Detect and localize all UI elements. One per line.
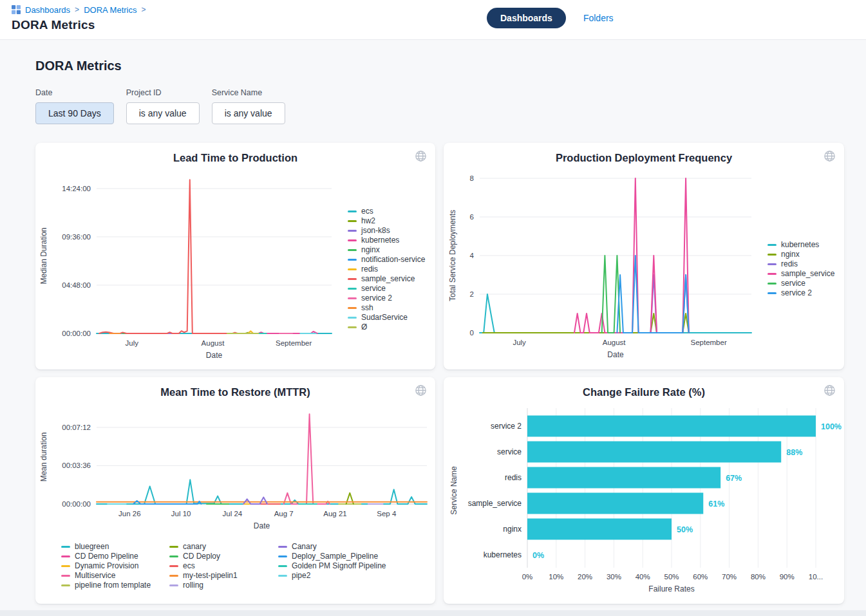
legend-swatch <box>348 317 357 319</box>
legend-swatch <box>348 239 357 241</box>
axis-text: 8 <box>470 174 474 182</box>
bar-service 2[interactable] <box>527 416 816 437</box>
axis-text: 90% <box>780 573 795 581</box>
legend-item-Multiservice[interactable]: Multiservice <box>61 571 151 581</box>
legend-item-redis[interactable]: redis <box>767 259 834 269</box>
legend-item-service[interactable]: service <box>348 284 425 294</box>
globe-icon[interactable] <box>824 150 836 162</box>
axis-text: 80% <box>751 573 766 581</box>
chart-title-mttr: Mean Time to Restore (MTTR) <box>35 386 435 398</box>
legend-item-Golden PM Signoff Pipeline[interactable]: Golden PM Signoff Pipeline <box>278 561 386 571</box>
axis-text: 100% <box>821 422 842 431</box>
filter-date-label: Date <box>35 88 114 97</box>
series-line-sample_service[interactable] <box>99 180 238 333</box>
legend-item-sample_service[interactable]: sample_service <box>767 269 834 279</box>
legend-swatch <box>348 307 357 309</box>
globe-icon[interactable] <box>824 384 836 397</box>
legend-item-CD Demo Pipeline[interactable]: CD Demo Pipeline <box>61 552 151 561</box>
legend-label: json-k8s <box>361 226 390 236</box>
legend-item-Deploy_Sample_Pipeline[interactable]: Deploy_Sample_Pipeline <box>278 552 386 561</box>
legend-item-rolling[interactable]: rolling <box>169 581 238 590</box>
axis-text: 10% <box>549 573 563 581</box>
legend-swatch <box>767 273 777 275</box>
axis-text: 60% <box>693 573 708 581</box>
legend-label: pipeline from template <box>75 581 151 590</box>
axis-text: 00:03:36 <box>62 462 91 469</box>
legend-item-ssh[interactable]: ssh <box>348 303 425 313</box>
deployment-frequency-legend: kubernetesnginxredissample_serviceservic… <box>767 240 834 298</box>
axis-text: 88% <box>786 448 802 457</box>
filter-project-id-value-button[interactable]: is any value <box>126 102 200 124</box>
chart-card-change-failure-rate: Change Failure Rate (%) 0%10%20%30%40%50… <box>444 377 844 604</box>
axis-text: Service Name <box>449 466 458 515</box>
legend-swatch <box>348 259 357 261</box>
series-line-Canary[interactable] <box>243 498 267 505</box>
legend-item-CD Deploy[interactable]: CD Deploy <box>169 552 238 561</box>
legend-item-canary[interactable]: canary <box>169 542 238 552</box>
legend-swatch <box>348 288 357 290</box>
globe-icon[interactable] <box>415 150 427 162</box>
breadcrumb: Dashboards > DORA Metrics > <box>12 5 854 15</box>
filter-bar: Date Last 90 Days Project ID is any valu… <box>35 88 866 124</box>
legend-item-kubernetes[interactable]: kubernetes <box>348 236 425 245</box>
legend-label: ecs <box>361 207 373 216</box>
legend-item-pipeline from template[interactable]: pipeline from template <box>61 581 151 590</box>
legend-item-Dynamic Provision[interactable]: Dynamic Provision <box>61 561 151 571</box>
legend-item-pipe2[interactable]: pipe2 <box>278 571 386 581</box>
filter-service-name-value-button[interactable]: is any value <box>212 102 285 124</box>
axis-text: 50% <box>664 573 679 581</box>
legend-item-redis[interactable]: redis <box>348 265 425 274</box>
legend-item-my-test-pipelin1[interactable]: my-test-pipelin1 <box>169 571 238 581</box>
legend-label: nginx <box>781 250 800 259</box>
bar-service[interactable] <box>527 442 781 463</box>
legend-item-service 2[interactable]: service 2 <box>767 288 834 298</box>
legend-swatch <box>61 546 70 548</box>
legend-item-kubernetes[interactable]: kubernetes <box>767 240 834 250</box>
bar-nginx[interactable] <box>527 519 672 540</box>
chart-title-change-failure-rate: Change Failure Rate (%) <box>444 386 844 398</box>
globe-icon[interactable] <box>415 384 427 397</box>
chart-title-deployment-frequency: Production Deployment Frequency <box>444 152 844 164</box>
legend-item-sample_service[interactable]: sample_service <box>348 274 425 284</box>
legend-item-json-k8s[interactable]: json-k8s <box>348 226 425 236</box>
legend-label: ecs <box>183 561 195 571</box>
axis-text: Mean duration <box>39 433 48 482</box>
legend-item-Canary[interactable]: Canary <box>278 542 386 552</box>
legend-item-ecs[interactable]: ecs <box>348 207 425 216</box>
filter-project-id: Project ID is any value <box>126 88 200 124</box>
legend-label: CD Deploy <box>183 552 220 561</box>
view-tabs: Dashboards Folders <box>487 8 614 28</box>
legend-item-bluegreen[interactable]: bluegreen <box>61 542 151 552</box>
legend-item-SudarService[interactable]: SudarService <box>348 313 425 322</box>
legend-item-hw2[interactable]: hw2 <box>348 216 425 226</box>
breadcrumb-link-dashboards[interactable]: Dashboards <box>25 5 70 15</box>
legend-label: Dynamic Provision <box>75 561 138 571</box>
tab-dashboards[interactable]: Dashboards <box>487 8 566 28</box>
change-failure-rate-chart: 0%10%20%30%40%50%60%70%80%90%10...Failur… <box>444 377 844 604</box>
axis-text: Jul 24 <box>223 510 243 518</box>
legend-label: Multiservice <box>75 571 115 581</box>
bar-sample_service[interactable] <box>527 493 703 514</box>
legend-label: canary <box>183 542 206 552</box>
legend-swatch <box>348 297 357 299</box>
legend-label: kubernetes <box>361 236 399 245</box>
legend-item-nginx[interactable]: nginx <box>348 245 425 255</box>
legend-item-notification-service[interactable]: notification-service <box>348 255 425 265</box>
legend-item-service 2[interactable]: service 2 <box>348 294 425 303</box>
filter-date-value-button[interactable]: Last 90 Days <box>35 102 114 124</box>
legend-item-service[interactable]: service <box>767 279 834 288</box>
tab-folders[interactable]: Folders <box>583 13 614 23</box>
legend-item-nginx[interactable]: nginx <box>767 250 834 259</box>
legend-item-ecs[interactable]: ecs <box>169 561 238 571</box>
bar-redis[interactable] <box>527 467 720 489</box>
legend-label: CD Demo Pipeline <box>75 552 138 561</box>
breadcrumb-link-dora-metrics[interactable]: DORA Metrics <box>84 5 136 15</box>
legend-label: Golden PM Signoff Pipeline <box>292 561 386 571</box>
legend-item-Ø[interactable]: Ø <box>348 322 425 332</box>
legend-label: SudarService <box>361 313 408 322</box>
legend-column: bluegreenCD Demo PipelineDynamic Provisi… <box>61 542 151 590</box>
axis-text: 40% <box>635 573 650 581</box>
legend-swatch <box>169 555 178 557</box>
dashboard-content: DORA Metrics Date Last 90 Days Project I… <box>0 59 866 604</box>
legend-swatch <box>278 546 287 548</box>
